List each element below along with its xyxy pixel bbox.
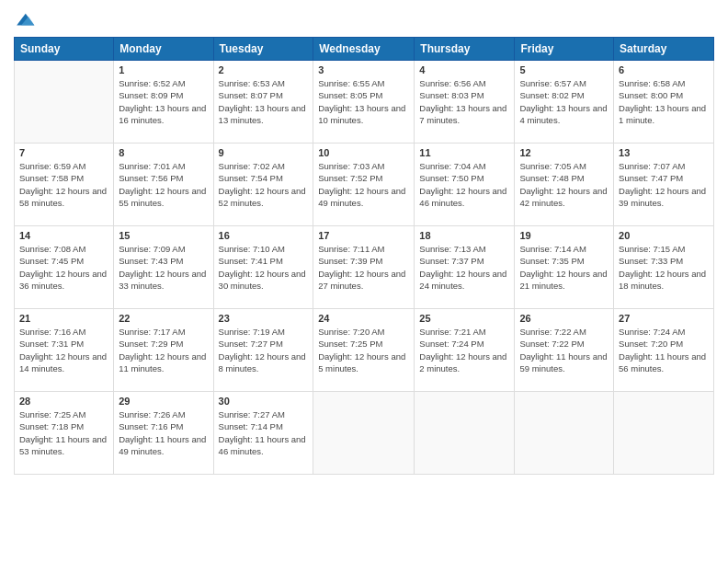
calendar-cell: 2Sunrise: 6:53 AMSunset: 8:07 PMDaylight… (213, 61, 313, 144)
day-info: Sunrise: 7:01 AMSunset: 7:56 PMDaylight:… (119, 160, 208, 209)
day-info: Sunrise: 7:02 AMSunset: 7:54 PMDaylight:… (219, 160, 309, 209)
calendar-week-1: 1Sunrise: 6:52 AMSunset: 8:09 PMDaylight… (15, 61, 714, 144)
day-info: Sunrise: 6:58 AMSunset: 8:00 PMDaylight:… (619, 77, 709, 126)
calendar-cell (515, 392, 614, 475)
calendar-cell (15, 61, 114, 144)
col-header-friday: Friday (515, 38, 614, 61)
calendar-cell: 4Sunrise: 6:56 AMSunset: 8:03 PMDaylight… (415, 61, 515, 144)
logo (14, 9, 40, 31)
calendar-cell (313, 392, 415, 475)
day-number: 3 (318, 64, 409, 75)
col-header-sunday: Sunday (15, 38, 114, 61)
day-number: 26 (519, 313, 609, 324)
day-number: 16 (219, 230, 309, 241)
calendar-cell: 16Sunrise: 7:10 AMSunset: 7:41 PMDayligh… (213, 226, 313, 309)
calendar-cell: 6Sunrise: 6:58 AMSunset: 8:00 PMDaylight… (614, 61, 714, 144)
day-info: Sunrise: 7:11 AMSunset: 7:39 PMDaylight:… (318, 243, 409, 292)
calendar-cell: 5Sunrise: 6:57 AMSunset: 8:02 PMDaylight… (515, 61, 614, 144)
col-header-thursday: Thursday (415, 38, 515, 61)
day-info: Sunrise: 7:14 AMSunset: 7:35 PMDaylight:… (519, 243, 609, 292)
col-header-saturday: Saturday (614, 38, 714, 61)
day-info: Sunrise: 7:04 AMSunset: 7:50 PMDaylight:… (419, 160, 509, 209)
day-info: Sunrise: 6:52 AMSunset: 8:09 PMDaylight:… (119, 77, 208, 126)
day-number: 27 (619, 313, 709, 324)
day-number: 9 (219, 147, 309, 158)
day-number: 30 (219, 396, 309, 407)
day-info: Sunrise: 6:59 AMSunset: 7:58 PMDaylight:… (19, 160, 108, 209)
calendar-week-4: 21Sunrise: 7:16 AMSunset: 7:31 PMDayligh… (15, 309, 714, 392)
day-info: Sunrise: 7:22 AMSunset: 7:22 PMDaylight:… (519, 326, 609, 374)
day-info: Sunrise: 7:09 AMSunset: 7:43 PMDaylight:… (119, 243, 208, 292)
calendar-cell: 10Sunrise: 7:03 AMSunset: 7:52 PMDayligh… (313, 144, 415, 226)
calendar-week-3: 14Sunrise: 7:08 AMSunset: 7:45 PMDayligh… (15, 226, 714, 309)
day-info: Sunrise: 7:13 AMSunset: 7:37 PMDaylight:… (419, 243, 509, 292)
calendar-cell: 24Sunrise: 7:20 AMSunset: 7:25 PMDayligh… (313, 309, 415, 392)
day-number: 29 (119, 396, 208, 407)
day-number: 2 (219, 64, 309, 75)
calendar-cell: 25Sunrise: 7:21 AMSunset: 7:24 PMDayligh… (415, 309, 515, 392)
calendar-cell: 22Sunrise: 7:17 AMSunset: 7:29 PMDayligh… (114, 309, 213, 392)
day-number: 12 (519, 147, 609, 158)
calendar-cell: 28Sunrise: 7:25 AMSunset: 7:18 PMDayligh… (15, 392, 114, 475)
calendar-cell: 11Sunrise: 7:04 AMSunset: 7:50 PMDayligh… (415, 144, 515, 226)
day-number: 7 (19, 147, 108, 158)
day-number: 14 (19, 230, 108, 241)
calendar-week-2: 7Sunrise: 6:59 AMSunset: 7:58 PMDaylight… (15, 144, 714, 226)
day-info: Sunrise: 7:15 AMSunset: 7:33 PMDaylight:… (619, 243, 709, 292)
calendar-cell: 19Sunrise: 7:14 AMSunset: 7:35 PMDayligh… (515, 226, 614, 309)
day-info: Sunrise: 6:57 AMSunset: 8:02 PMDaylight:… (519, 77, 609, 126)
calendar-header-row: SundayMondayTuesdayWednesdayThursdayFrid… (15, 38, 714, 61)
calendar-cell: 30Sunrise: 7:27 AMSunset: 7:14 PMDayligh… (213, 392, 313, 475)
col-header-monday: Monday (114, 38, 213, 61)
day-number: 18 (419, 230, 509, 241)
logo-icon (14, 9, 36, 31)
calendar-cell: 29Sunrise: 7:26 AMSunset: 7:16 PMDayligh… (114, 392, 213, 475)
day-number: 6 (619, 64, 709, 75)
header (14, 9, 714, 31)
day-number: 24 (318, 313, 409, 324)
day-info: Sunrise: 7:19 AMSunset: 7:27 PMDaylight:… (219, 326, 309, 374)
day-number: 4 (419, 64, 509, 75)
day-info: Sunrise: 7:10 AMSunset: 7:41 PMDaylight:… (219, 243, 309, 292)
calendar-cell (614, 392, 714, 475)
day-number: 13 (619, 147, 709, 158)
day-number: 23 (219, 313, 309, 324)
day-number: 28 (19, 396, 108, 407)
day-info: Sunrise: 7:24 AMSunset: 7:20 PMDaylight:… (619, 326, 709, 374)
calendar-cell: 20Sunrise: 7:15 AMSunset: 7:33 PMDayligh… (614, 226, 714, 309)
page: SundayMondayTuesdayWednesdayThursdayFrid… (0, 0, 728, 563)
day-number: 11 (419, 147, 509, 158)
calendar-cell (415, 392, 515, 475)
day-info: Sunrise: 7:27 AMSunset: 7:14 PMDaylight:… (219, 408, 309, 457)
day-number: 25 (419, 313, 509, 324)
day-info: Sunrise: 6:53 AMSunset: 8:07 PMDaylight:… (219, 77, 309, 126)
day-info: Sunrise: 7:16 AMSunset: 7:31 PMDaylight:… (19, 326, 108, 374)
day-info: Sunrise: 7:03 AMSunset: 7:52 PMDaylight:… (318, 160, 409, 209)
calendar-cell: 13Sunrise: 7:07 AMSunset: 7:47 PMDayligh… (614, 144, 714, 226)
calendar-cell: 15Sunrise: 7:09 AMSunset: 7:43 PMDayligh… (114, 226, 213, 309)
day-info: Sunrise: 6:55 AMSunset: 8:05 PMDaylight:… (318, 77, 409, 126)
day-info: Sunrise: 7:20 AMSunset: 7:25 PMDaylight:… (318, 326, 409, 374)
calendar-cell: 23Sunrise: 7:19 AMSunset: 7:27 PMDayligh… (213, 309, 313, 392)
day-number: 1 (119, 64, 208, 75)
calendar-cell: 27Sunrise: 7:24 AMSunset: 7:20 PMDayligh… (614, 309, 714, 392)
day-number: 15 (119, 230, 208, 241)
calendar-cell: 17Sunrise: 7:11 AMSunset: 7:39 PMDayligh… (313, 226, 415, 309)
calendar-cell: 9Sunrise: 7:02 AMSunset: 7:54 PMDaylight… (213, 144, 313, 226)
day-number: 22 (119, 313, 208, 324)
col-header-wednesday: Wednesday (313, 38, 415, 61)
day-number: 21 (19, 313, 108, 324)
day-number: 8 (119, 147, 208, 158)
day-number: 20 (619, 230, 709, 241)
day-info: Sunrise: 7:08 AMSunset: 7:45 PMDaylight:… (19, 243, 108, 292)
day-info: Sunrise: 7:25 AMSunset: 7:18 PMDaylight:… (19, 408, 108, 457)
day-info: Sunrise: 7:26 AMSunset: 7:16 PMDaylight:… (119, 408, 208, 457)
calendar-cell: 14Sunrise: 7:08 AMSunset: 7:45 PMDayligh… (15, 226, 114, 309)
day-number: 17 (318, 230, 409, 241)
day-info: Sunrise: 6:56 AMSunset: 8:03 PMDaylight:… (419, 77, 509, 126)
day-info: Sunrise: 7:07 AMSunset: 7:47 PMDaylight:… (619, 160, 709, 209)
calendar-cell: 1Sunrise: 6:52 AMSunset: 8:09 PMDaylight… (114, 61, 213, 144)
calendar-cell: 3Sunrise: 6:55 AMSunset: 8:05 PMDaylight… (313, 61, 415, 144)
calendar-cell: 8Sunrise: 7:01 AMSunset: 7:56 PMDaylight… (114, 144, 213, 226)
calendar-week-5: 28Sunrise: 7:25 AMSunset: 7:18 PMDayligh… (15, 392, 714, 475)
